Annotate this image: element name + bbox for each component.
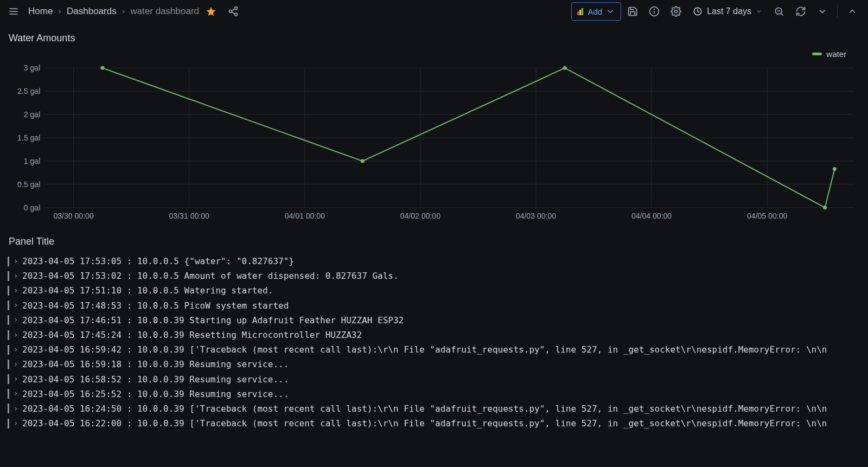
add-button[interactable]: Add (571, 2, 621, 21)
expand-caret-icon[interactable]: › (14, 299, 18, 312)
log-row[interactable]: ›2023-04-05 16:24:50 : 10.0.0.39 ['Trace… (8, 401, 860, 416)
expand-caret-icon[interactable]: › (14, 270, 18, 283)
log-level-bar (8, 345, 9, 355)
log-level-bar (8, 330, 9, 340)
log-row[interactable]: ›2023-04-05 16:25:52 : 10.0.0.39 Resumin… (8, 387, 860, 401)
expand-caret-icon[interactable]: › (14, 387, 18, 400)
svg-text:04/05 00:00: 04/05 00:00 (747, 212, 787, 220)
divider (837, 4, 838, 18)
svg-text:2.5 gal: 2.5 gal (17, 87, 40, 95)
breadcrumb-section[interactable]: Dashboards (67, 6, 117, 17)
log-level-bar (8, 389, 9, 399)
expand-caret-icon[interactable]: › (14, 329, 18, 342)
log-row[interactable]: ›2023-04-05 16:59:18 : 10.0.0.39 Resumin… (8, 357, 860, 372)
time-range-button[interactable]: Last 7 days (687, 2, 768, 21)
panel-title[interactable]: Panel Title (7, 232, 861, 253)
svg-text:2 gal: 2 gal (24, 110, 41, 119)
log-row[interactable]: ›2023-04-05 16:59:42 : 10.0.0.39 ['Trace… (8, 342, 860, 357)
svg-text:03/30 00:00: 03/30 00:00 (53, 212, 93, 220)
log-text: 2023-04-05 16:58:52 : 10.0.0.39 Resuming… (22, 372, 289, 387)
log-text: 2023-04-05 16:25:52 : 10.0.0.39 Resuming… (22, 387, 289, 401)
svg-text:04/04 00:00: 04/04 00:00 (631, 212, 672, 220)
refresh-button[interactable] (790, 2, 811, 21)
svg-text:1 gal: 1 gal (24, 157, 41, 165)
svg-point-10 (654, 9, 655, 10)
svg-point-48 (833, 167, 837, 171)
svg-point-44 (100, 66, 104, 70)
svg-point-3 (235, 7, 238, 10)
clock-icon (693, 7, 703, 16)
time-range-label: Last 7 days (707, 7, 751, 16)
info-button[interactable] (644, 2, 665, 21)
legend-label: water (826, 49, 846, 59)
svg-point-45 (361, 159, 365, 163)
log-text: 2023-04-05 17:46:51 : 10.0.0.39 Starting… (22, 313, 404, 328)
refresh-interval-button[interactable] (812, 2, 833, 21)
panel-title[interactable]: Water Amounts (7, 28, 861, 49)
menu-button[interactable] (3, 2, 24, 21)
log-level-bar (8, 419, 9, 428)
log-row[interactable]: ›2023-04-05 17:48:53 : 10.0.0.5 PicoW sy… (8, 298, 860, 313)
log-level-bar (8, 374, 9, 384)
log-level-bar (8, 300, 9, 310)
panel-icon (577, 8, 583, 15)
expand-caret-icon[interactable]: › (14, 417, 18, 430)
svg-line-6 (232, 9, 235, 10)
svg-text:0.5 gal: 0.5 gal (17, 180, 40, 189)
svg-point-4 (229, 10, 232, 13)
expand-caret-icon[interactable]: › (14, 284, 18, 297)
expand-caret-icon[interactable]: › (14, 314, 18, 327)
log-row[interactable]: ›2023-04-05 17:53:05 : 10.0.0.5 {"water"… (8, 254, 860, 268)
svg-text:04/01 00:00: 04/01 00:00 (285, 212, 325, 220)
topbar: Home › Dashboards › water dashboard Add … (0, 0, 868, 23)
log-level-bar (8, 257, 9, 266)
collapse-button[interactable] (842, 2, 863, 21)
log-level-bar (8, 271, 9, 281)
log-row[interactable]: ›2023-04-05 17:45:24 : 10.0.0.39 Resetti… (8, 328, 860, 342)
log-row[interactable]: ›2023-04-05 16:22:00 : 10.0.0.39 ['Trace… (8, 416, 860, 431)
log-level-bar (8, 315, 9, 325)
chart-area[interactable]: water 0 gal0.5 gal1 gal1.5 gal2 gal2.5 g… (7, 49, 861, 228)
expand-caret-icon[interactable]: › (14, 358, 18, 371)
svg-line-7 (232, 12, 235, 14)
svg-text:04/02 00:00: 04/02 00:00 (400, 212, 441, 220)
chart-legend[interactable]: water (812, 49, 846, 59)
log-row[interactable]: ›2023-04-05 16:58:52 : 10.0.0.39 Resumin… (8, 372, 860, 387)
log-text: 2023-04-05 17:53:02 : 10.0.0.5 Amount of… (22, 268, 399, 283)
log-row[interactable]: ›2023-04-05 17:51:10 : 10.0.0.5 Watering… (8, 283, 860, 298)
panel-water-amounts: Water Amounts water 0 gal0.5 gal1 gal1.5… (7, 28, 861, 228)
svg-point-5 (235, 13, 238, 16)
svg-text:3 gal: 3 gal (24, 63, 41, 72)
expand-caret-icon[interactable]: › (14, 255, 18, 268)
log-text: 2023-04-05 17:48:53 : 10.0.0.5 PicoW sys… (22, 298, 289, 313)
svg-text:03/31 00:00: 03/31 00:00 (169, 212, 209, 220)
log-text: 2023-04-05 17:53:05 : 10.0.0.5 {"water":… (22, 254, 294, 268)
zoom-out-button[interactable] (769, 2, 789, 21)
settings-button[interactable] (666, 2, 686, 21)
log-text: 2023-04-05 17:51:10 : 10.0.0.5 Watering … (22, 283, 273, 298)
log-level-bar (8, 360, 9, 369)
line-chart[interactable]: 0 gal0.5 gal1 gal1.5 gal2 gal2.5 gal3 ga… (9, 49, 859, 228)
save-button[interactable] (622, 2, 643, 21)
log-text: 2023-04-05 16:59:18 : 10.0.0.39 Resuming… (22, 357, 289, 372)
svg-point-11 (675, 10, 678, 13)
log-text: 2023-04-05 17:45:24 : 10.0.0.39 Resettin… (22, 328, 362, 342)
share-button[interactable] (223, 2, 244, 21)
breadcrumb-home[interactable]: Home (28, 6, 53, 17)
log-list[interactable]: ›2023-04-05 17:53:05 : 10.0.0.5 {"water"… (7, 253, 861, 431)
log-row[interactable]: ›2023-04-05 17:46:51 : 10.0.0.39 Startin… (8, 313, 860, 328)
toolbar-right: Add Last 7 days (571, 2, 865, 21)
breadcrumb-page[interactable]: water dashboard (130, 6, 199, 17)
expand-caret-icon[interactable]: › (14, 343, 18, 356)
svg-text:0 gal: 0 gal (24, 203, 41, 212)
svg-text:1.5 gal: 1.5 gal (17, 133, 40, 142)
svg-point-47 (823, 206, 827, 209)
chevron-down-icon (756, 8, 762, 15)
expand-caret-icon[interactable]: › (14, 402, 18, 415)
favorite-button[interactable] (200, 2, 222, 21)
log-text: 2023-04-05 16:59:42 : 10.0.0.39 ['Traceb… (22, 342, 827, 357)
chevron-down-icon (605, 7, 615, 16)
log-row[interactable]: ›2023-04-05 17:53:02 : 10.0.0.5 Amount o… (8, 268, 860, 283)
expand-caret-icon[interactable]: › (14, 373, 18, 386)
svg-point-46 (563, 66, 567, 70)
